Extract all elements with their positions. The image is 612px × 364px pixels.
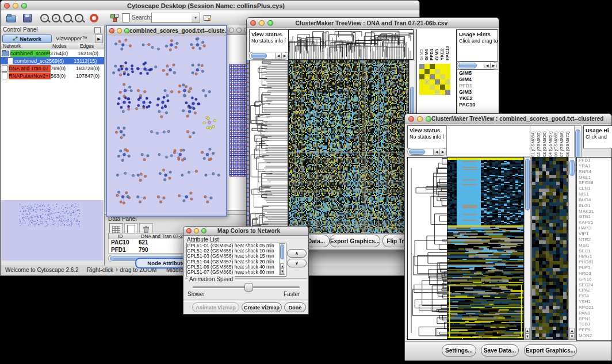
attribute-list-item[interactable]: GPL51-06 (GSM865) heat shock 40 min xyxy=(187,265,286,270)
matrix-cell[interactable] xyxy=(440,90,445,95)
minimize-button[interactable] xyxy=(417,116,423,122)
tv1-zoom-heatmap-matrix[interactable] xyxy=(419,64,450,95)
scroll-down-arrow[interactable]: ▼ xyxy=(569,334,575,339)
gene-label[interactable]: HMG1 xyxy=(577,254,611,259)
tab-vizmapper[interactable]: VizMapper™ xyxy=(56,35,87,41)
vizmapper-nodes-icon[interactable] xyxy=(109,12,120,24)
tab-overflow-button[interactable]: ▶ xyxy=(95,35,103,43)
matrix-cell[interactable] xyxy=(419,64,424,69)
matrix-cell[interactable] xyxy=(419,85,424,90)
matrix-cell[interactable] xyxy=(445,79,450,85)
gene-label[interactable]: NTR2 xyxy=(577,237,611,243)
matrix-cell[interactable] xyxy=(440,79,445,85)
tv2-gene-labels-list[interactable]: PFD1YRA1RNR4MSL1SPC98CLN1NIS1BUD4ELG1MAK… xyxy=(576,157,612,341)
table-edit-icon[interactable] xyxy=(202,12,213,24)
scrollbar-thumb[interactable] xyxy=(569,160,575,176)
gene-label[interactable]: HRD3 xyxy=(577,271,611,277)
matrix-cell[interactable] xyxy=(424,85,430,90)
close-button[interactable] xyxy=(109,28,114,33)
matrix-cell[interactable] xyxy=(440,69,445,74)
gene-column-label[interactable]: PFD1 xyxy=(429,33,434,60)
matrix-cell[interactable] xyxy=(419,90,424,95)
scrollbar-thumb[interactable] xyxy=(280,244,284,259)
tv1-heatmap-canvas[interactable] xyxy=(288,60,409,233)
scroll-up-arrow[interactable]: ▲ xyxy=(569,328,575,334)
gene-label[interactable]: PEP5 xyxy=(577,327,611,333)
gene-row-label[interactable]: GIM5 xyxy=(457,70,498,76)
matrix-cell[interactable] xyxy=(435,90,440,95)
matrix-cell[interactable] xyxy=(445,69,450,74)
gene-row-label[interactable]: YKE2 xyxy=(457,95,498,102)
treeview1-titlebar[interactable]: ClusterMaker TreeView : DNA and Tran 07-… xyxy=(247,18,499,28)
tv2-settings-button[interactable]: Settings... xyxy=(442,344,476,357)
minimize-button[interactable] xyxy=(259,20,265,26)
scroll-right-arrow[interactable]: ▶ xyxy=(281,53,288,59)
network-overview-panel[interactable] xyxy=(2,200,103,260)
save-session-icon[interactable] xyxy=(21,12,33,24)
done-button[interactable]: Done xyxy=(284,302,306,312)
col-network[interactable]: Network xyxy=(3,43,21,49)
minimize-button[interactable] xyxy=(13,3,18,9)
tv2-heatmap-vscrollbar[interactable]: ▲ ▼ xyxy=(524,157,531,340)
gene-column-label[interactable]: PAC10 xyxy=(445,33,450,60)
gene-row-label[interactable]: GIM3 xyxy=(457,89,498,95)
scroll-left-arrow[interactable]: ◀ xyxy=(484,63,490,68)
matrix-cell[interactable] xyxy=(435,64,440,69)
tv1-labels-hscrollbar[interactable]: ◀ ▶ xyxy=(457,62,497,70)
scroll-down-arrow[interactable]: ▼ xyxy=(280,269,284,274)
scrollbar-thumb[interactable] xyxy=(251,53,267,59)
tv2-zoom-heatmap-canvas[interactable] xyxy=(531,157,568,340)
gene-label[interactable]: HAP3 xyxy=(577,225,611,231)
gene-label[interactable]: NIS1 xyxy=(577,191,611,197)
tv2-column-dendrogram[interactable] xyxy=(446,125,530,156)
minimize-button[interactable] xyxy=(117,28,122,33)
gene-label[interactable]: MAK31 xyxy=(577,209,611,214)
tv2-hscrollbar[interactable]: ◀ ▶ xyxy=(407,148,446,156)
gene-label[interactable]: RPN1 xyxy=(577,316,611,322)
gene-label[interactable]: PUF3 xyxy=(577,265,611,271)
attribute-list-item[interactable]: GPL51-04 (GSM857) heat shock 20 min xyxy=(187,259,286,265)
matrix-cell[interactable] xyxy=(430,64,435,69)
gene-label[interactable]: KAP95 xyxy=(577,220,611,225)
gene-label[interactable]: TCB3 xyxy=(577,321,611,327)
scroll-down-arrow[interactable]: ▼ xyxy=(525,334,530,339)
attribute-list-item[interactable]: GPL51-01 (GSM854) heat shock 05 min xyxy=(187,243,286,248)
zoom-button[interactable] xyxy=(267,20,273,26)
zoom-button[interactable] xyxy=(201,228,206,233)
gene-label[interactable]: PAN1 xyxy=(577,311,611,316)
matrix-cell[interactable] xyxy=(430,90,435,95)
matrix-cell[interactable] xyxy=(435,74,440,79)
close-button[interactable] xyxy=(408,116,414,122)
search-dropdown-arrow[interactable]: ▾ xyxy=(192,13,200,23)
gene-label[interactable]: YSH1 xyxy=(577,299,611,305)
gene-label[interactable]: MON2 xyxy=(577,333,611,339)
zoom-in-icon[interactable]: + xyxy=(50,12,62,24)
tv2-row-dendrogram[interactable] xyxy=(407,157,447,340)
tv2-genelist-vscrollbar[interactable]: ▲ ▼ xyxy=(568,157,576,340)
network-row-rnapubernov2[interactable]: RNAPuberNov2+I 563(0) 107847(0) xyxy=(1,72,104,79)
tv2-heatmap-canvas[interactable] xyxy=(447,157,524,340)
network-row-dna-tran[interactable]: DNA and Tran 07 769(0) 183728(0) xyxy=(1,64,104,72)
attribute-list-item[interactable]: GPL51-02 (GSM855) heat shock 10 min xyxy=(187,248,286,254)
zoom-button[interactable] xyxy=(21,3,27,9)
network-view-canvas[interactable] xyxy=(107,36,224,213)
matrix-cell[interactable] xyxy=(419,69,424,74)
tv1-hscrollbar[interactable]: ◀ ▶ xyxy=(249,52,288,60)
network-window-titlebar[interactable]: combined_scores_good.txt--cluste... xyxy=(107,26,226,36)
float-panel-icon[interactable] xyxy=(94,27,101,33)
matrix-cell[interactable] xyxy=(430,69,435,74)
matrix-cell[interactable] xyxy=(435,69,440,74)
matrix-cell[interactable] xyxy=(424,90,430,95)
gene-label[interactable]: PFD1 xyxy=(577,158,611,163)
gene-label[interactable]: GPI16 xyxy=(577,277,611,282)
minimize-button[interactable] xyxy=(236,28,242,33)
tv2-save-data-button[interactable]: Save Data... xyxy=(481,344,519,357)
close-button[interactable] xyxy=(250,20,256,26)
gene-label[interactable]: CPA2 xyxy=(577,288,611,293)
matrix-cell[interactable] xyxy=(430,85,435,90)
main-title-bar[interactable]: Cytoscape Desktop (Session Name: collins… xyxy=(1,1,419,11)
gene-label[interactable]: MSL1 xyxy=(577,175,611,181)
matrix-cell[interactable] xyxy=(419,74,424,79)
minimize-button[interactable] xyxy=(194,228,199,233)
matrix-cell[interactable] xyxy=(440,74,445,79)
